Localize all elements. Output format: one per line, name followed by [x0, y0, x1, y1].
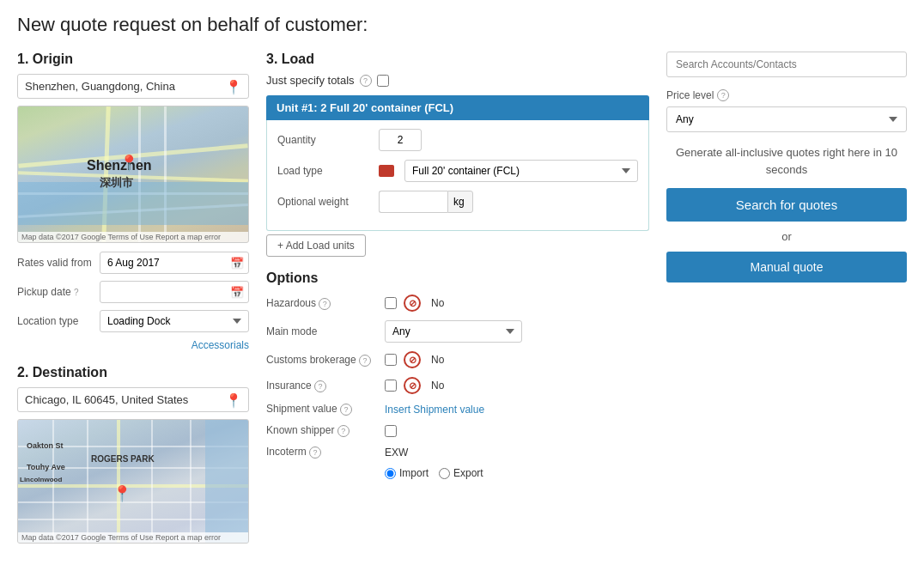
- known-shipper-checkbox[interactable]: [385, 425, 397, 437]
- weight-input[interactable]: [379, 191, 447, 213]
- optional-weight-row: Optional weight kg lbs: [277, 191, 638, 213]
- destination-map-pin: 📍: [112, 484, 131, 503]
- incoterm-label: Incoterm ?: [266, 446, 378, 459]
- weight-wrap: kg lbs: [379, 191, 473, 213]
- origin-location-wrap: 📍: [17, 74, 249, 99]
- add-load-button[interactable]: + Add Load units: [266, 234, 366, 257]
- shipment-value-row: Shipment value ? Insert Shipment value: [266, 403, 649, 416]
- options-title: Options: [266, 270, 649, 286]
- just-specify-checkbox[interactable]: [377, 75, 389, 87]
- destination-location-input[interactable]: [17, 387, 249, 412]
- quantity-label: Quantity: [277, 134, 372, 146]
- insurance-label: Insurance ?: [266, 380, 378, 392]
- rates-valid-label: Rates valid from: [17, 257, 94, 269]
- accessorials-link[interactable]: Accessorials: [17, 339, 249, 351]
- just-specify-row: Just specify totals ?: [266, 74, 649, 87]
- customs-brokerage-label: Customs brokerage ?: [266, 354, 378, 367]
- destination-section-title: 2. Destination: [17, 365, 249, 380]
- hazardous-no-text: No: [431, 297, 444, 309]
- known-shipper-label: Known shipper ?: [266, 424, 378, 437]
- unit-header: Unit #1: 2 Full 20' container (FCL): [266, 95, 649, 120]
- hazardous-row: Hazardous ? ⊘ No: [266, 295, 649, 312]
- price-level-select[interactable]: Any Standard Premium Discount: [666, 106, 907, 132]
- rates-valid-input[interactable]: [100, 252, 249, 274]
- manual-quote-button[interactable]: Manual quote: [666, 252, 907, 282]
- customs-brokerage-row: Customs brokerage ? ⊘ No: [266, 351, 649, 368]
- weight-unit-select[interactable]: kg lbs: [447, 191, 473, 213]
- search-quotes-button[interactable]: Search for quotes: [666, 188, 907, 222]
- rates-valid-row: Rates valid from 📅: [17, 252, 249, 274]
- origin-map-pin: 📍: [119, 154, 138, 173]
- generate-text: Generate all-inclusive quotes right here…: [666, 144, 907, 178]
- insert-shipment-link[interactable]: Insert Shipment value: [385, 404, 484, 416]
- search-accounts-input[interactable]: [666, 52, 907, 77]
- customs-no-icon: ⊘: [404, 351, 421, 368]
- load-type-icon: [379, 165, 394, 177]
- export-radio[interactable]: [439, 468, 450, 479]
- location-type-label: Location type: [17, 315, 94, 327]
- chicago-oakton-label: Oakton St: [27, 441, 64, 450]
- incoterm-value: EXW: [385, 446, 408, 459]
- insurance-checkbox[interactable]: [385, 380, 397, 392]
- hazardous-no-icon: ⊘: [404, 295, 421, 312]
- destination-location-wrap: 📍: [17, 387, 249, 412]
- load-unit-1: Unit #1: 2 Full 20' container (FCL) Quan…: [266, 95, 649, 231]
- pickup-date-calendar-icon[interactable]: 📅: [230, 286, 244, 299]
- unit-body: Quantity Load type Full 20' container (F…: [266, 120, 649, 231]
- rogers-park-label: ROGERS PARK: [91, 454, 155, 464]
- load-type-label: Load type: [277, 165, 372, 177]
- insurance-row: Insurance ? ⊘ No: [266, 377, 649, 394]
- hazardous-checkbox[interactable]: [385, 297, 397, 309]
- shipment-value-label: Shipment value ?: [266, 403, 378, 416]
- destination-map: Oakton St Touhy Ave Lincolnwood ROGERS P…: [17, 419, 249, 544]
- insurance-no-text: No: [431, 380, 444, 392]
- chicago-area-label: Lincolnwood: [20, 476, 62, 483]
- origin-location-input[interactable]: [17, 74, 249, 99]
- import-radio[interactable]: [385, 468, 396, 479]
- location-type-select[interactable]: Loading Dock Port Airport Warehouse: [100, 310, 249, 332]
- pickup-date-label: Pickup date ?: [17, 286, 94, 298]
- destination-pin-icon: 📍: [225, 392, 242, 408]
- main-mode-row: Main mode Any Ocean Air Rail Road: [266, 320, 649, 343]
- optional-weight-label: Optional weight: [277, 196, 372, 208]
- import-export-row: Import Export: [266, 467, 649, 479]
- origin-section: 1. Origin 📍 Sh: [17, 52, 249, 351]
- incoterm-row: Incoterm ? EXW: [266, 446, 649, 459]
- origin-pin-icon: 📍: [225, 78, 242, 94]
- just-specify-help-icon: ?: [360, 75, 372, 87]
- quantity-row: Quantity: [277, 129, 638, 151]
- location-type-row: Location type Loading Dock Port Airport …: [17, 310, 249, 332]
- pickup-date-wrap: 📅: [100, 281, 249, 303]
- customs-brokerage-checkbox[interactable]: [385, 354, 397, 366]
- insurance-no-icon: ⊘: [404, 377, 421, 394]
- rates-valid-wrap: 📅: [100, 252, 249, 274]
- page-title: New quote request on behalf of customer:: [17, 14, 907, 36]
- quantity-input[interactable]: [379, 129, 422, 151]
- destination-map-footer: Map data ©2017 Google Terms of Use Repor…: [18, 532, 248, 543]
- main-mode-select[interactable]: Any Ocean Air Rail Road: [385, 320, 522, 343]
- import-radio-label[interactable]: Import: [385, 467, 429, 479]
- load-section-title: 3. Load: [266, 52, 649, 67]
- price-level-label: Price level ?: [666, 89, 907, 101]
- just-specify-label: Just specify totals: [266, 74, 355, 87]
- export-radio-label[interactable]: Export: [439, 467, 483, 479]
- insurance-help-icon: ?: [314, 380, 326, 392]
- pickup-date-input[interactable]: [100, 281, 249, 303]
- destination-section: 2. Destination 📍: [17, 365, 249, 544]
- hazardous-label: Hazardous ?: [266, 297, 378, 310]
- load-type-select[interactable]: Full 20' container (FCL) Full 40' contai…: [404, 160, 638, 182]
- hazardous-help-icon: ?: [319, 298, 331, 310]
- import-export-radio-group: Import Export: [385, 467, 483, 479]
- origin-map-footer: Map data ©2017 Google Terms of Use Repor…: [18, 232, 248, 242]
- shipment-help-icon: ?: [340, 404, 352, 416]
- known-shipper-help-icon: ?: [337, 425, 350, 437]
- middle-column: 3. Load Just specify totals ? Unit #1: 2…: [266, 52, 649, 488]
- chicago-touhy-label: Touhy Ave: [27, 463, 65, 471]
- rates-valid-calendar-icon[interactable]: 📅: [230, 257, 244, 270]
- known-shipper-row: Known shipper ?: [266, 424, 649, 437]
- origin-section-title: 1. Origin: [17, 52, 249, 67]
- main-mode-label: Main mode: [266, 325, 378, 337]
- origin-map: Shenzhen 深圳市 📍 Map data ©2017 Google Ter…: [17, 106, 249, 243]
- options-section: Options Hazardous ? ⊘ No Main mode Any O…: [266, 270, 649, 479]
- right-column: Price level ? Any Standard Premium Disco…: [666, 52, 907, 282]
